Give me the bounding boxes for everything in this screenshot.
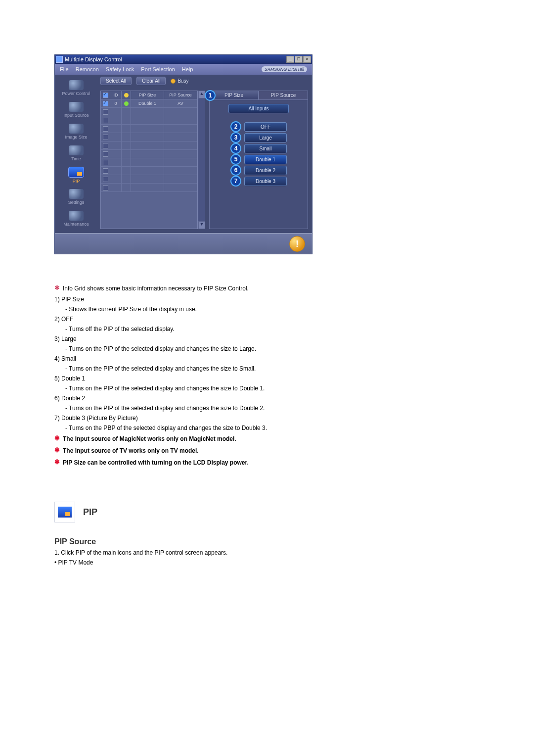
table-row[interactable]	[101, 167, 197, 175]
table-row[interactable]	[101, 175, 197, 184]
scroll-down-button[interactable]: ▼	[198, 221, 205, 229]
row-pip-source	[164, 158, 197, 167]
row-id	[110, 184, 122, 192]
doc-list-desc: - Turns on the PIP of the selected displ…	[65, 365, 499, 372]
app-window: Multiple Display Control _ □ × File Remo…	[54, 54, 312, 254]
subheading-pip-source: PIP Source	[54, 537, 499, 546]
row-id	[110, 108, 122, 116]
row-checkbox[interactable]	[101, 175, 110, 184]
scroll-up-button[interactable]: ▲	[198, 91, 205, 98]
sidebar-item-settings[interactable]: Settings	[58, 187, 94, 207]
row-checkbox[interactable]	[101, 158, 110, 167]
pip-size-option-button[interactable]: Small	[244, 144, 287, 153]
sidebar-item-label: Maintenance	[63, 222, 89, 227]
statusbar: !	[55, 233, 312, 254]
close-button[interactable]: ×	[303, 56, 311, 63]
scrollbar[interactable]: ▲ ▼	[198, 91, 205, 229]
row-checkbox[interactable]	[101, 116, 110, 125]
menu-file[interactable]: File	[60, 66, 69, 72]
sidebar-item-power-control[interactable]: Power Control	[58, 78, 94, 98]
header-power-icon[interactable]	[122, 91, 131, 99]
tab-pip-size[interactable]: 1 PIP Size	[209, 91, 259, 100]
sidebar-item-maintenance[interactable]: Maintenance	[58, 208, 94, 229]
doc-list-desc: - Turns on the PIP of the selected displ…	[65, 345, 499, 352]
table-row[interactable]	[101, 142, 197, 150]
tab-pip-source[interactable]: PIP Source	[259, 91, 308, 100]
row-power-icon	[122, 133, 131, 142]
settings-icon	[69, 189, 84, 199]
header-pip-size[interactable]: PIP Size	[131, 91, 164, 99]
pip-size-option-button[interactable]: Double 1	[244, 155, 287, 164]
row-checkbox[interactable]	[101, 108, 110, 116]
row-pip-source	[164, 133, 197, 142]
sidebar-item-input-source[interactable]: Input Source	[58, 99, 94, 120]
table-row[interactable]	[101, 150, 197, 158]
doc-note: The Input source of TV works only on TV …	[63, 447, 199, 454]
row-power-icon	[122, 108, 131, 116]
header-checkbox[interactable]	[101, 91, 110, 99]
all-inputs-header: All Inputs	[228, 104, 289, 113]
row-power-icon	[122, 116, 131, 125]
row-id	[110, 167, 122, 175]
row-checkbox[interactable]	[101, 125, 110, 133]
menu-safety-lock[interactable]: Safety Lock	[106, 66, 134, 72]
doc-list-desc: - Turns on the PIP of the selected displ…	[65, 385, 499, 392]
header-id[interactable]: ID	[110, 91, 122, 99]
table-row[interactable]	[101, 125, 197, 133]
pip-size-option-button[interactable]: Double 3	[244, 177, 287, 186]
pip-size-option-button[interactable]: OFF	[244, 122, 287, 132]
pip-size-option-button[interactable]: Double 2	[244, 166, 287, 175]
row-pip-size	[131, 133, 164, 142]
callout-badge: 7	[230, 176, 241, 187]
row-id	[110, 175, 122, 184]
menu-help[interactable]: Help	[182, 66, 193, 72]
row-checkbox[interactable]	[101, 167, 110, 175]
sidebar-item-pip[interactable]: PIP	[58, 165, 94, 186]
doc-list-item: 3) Large	[54, 335, 499, 342]
doc-list-item: 1) PIP Size	[54, 296, 499, 303]
header-pip-source[interactable]: PIP Source	[164, 91, 197, 99]
scroll-thumb[interactable]	[198, 98, 205, 221]
table-row[interactable]	[101, 158, 197, 167]
menu-remocon[interactable]: Remocon	[76, 66, 99, 72]
row-id	[110, 125, 122, 133]
step-text: 1. Click PIP of the main icons and the P…	[54, 549, 499, 556]
row-pip-size	[131, 150, 164, 158]
row-power-icon	[122, 125, 131, 133]
brand-logo: SAMSUNG DIGITall	[262, 66, 307, 72]
select-all-button[interactable]: Select All	[100, 77, 132, 85]
table-row[interactable]: 0Double 1AV	[101, 99, 197, 108]
row-checkbox[interactable]	[101, 133, 110, 142]
sidebar-item-time[interactable]: Time	[58, 143, 94, 164]
info-grid-table: ID PIP Size PIP Source 0Double 1AV	[100, 91, 198, 229]
pip-size-option-button[interactable]: Large	[244, 133, 287, 142]
table-row[interactable]	[101, 133, 197, 142]
row-id	[110, 158, 122, 167]
row-pip-size	[131, 108, 164, 116]
row-pip-size	[131, 167, 164, 175]
sidebar-item-image-size[interactable]: Image Size	[58, 121, 94, 142]
table-row[interactable]	[101, 108, 197, 116]
row-id	[110, 133, 122, 142]
table-row[interactable]	[101, 184, 197, 192]
titlebar: Multiple Display Control _ □ ×	[55, 55, 312, 64]
maximize-button[interactable]: □	[295, 56, 303, 63]
intro-text: Info Grid shows some basic information n…	[63, 285, 249, 292]
maintenance-icon	[69, 211, 84, 221]
row-pip-source	[164, 184, 197, 192]
menu-port-selection[interactable]: Port Selection	[141, 66, 175, 72]
sidebar-item-label: Power Control	[62, 91, 90, 96]
minimize-button[interactable]: _	[286, 56, 294, 63]
row-power-icon	[122, 158, 131, 167]
row-id: 0	[110, 99, 122, 108]
row-pip-size	[131, 125, 164, 133]
table-row[interactable]	[101, 116, 197, 125]
row-checkbox[interactable]	[101, 150, 110, 158]
menubar: File Remocon Safety Lock Port Selection …	[55, 64, 312, 75]
row-checkbox[interactable]	[101, 142, 110, 150]
clear-all-button[interactable]: Clear All	[136, 77, 166, 85]
row-power-icon	[122, 142, 131, 150]
doc-list-item: 6) Double 2	[54, 395, 499, 402]
row-checkbox[interactable]	[101, 184, 110, 192]
row-checkbox[interactable]	[101, 99, 110, 108]
